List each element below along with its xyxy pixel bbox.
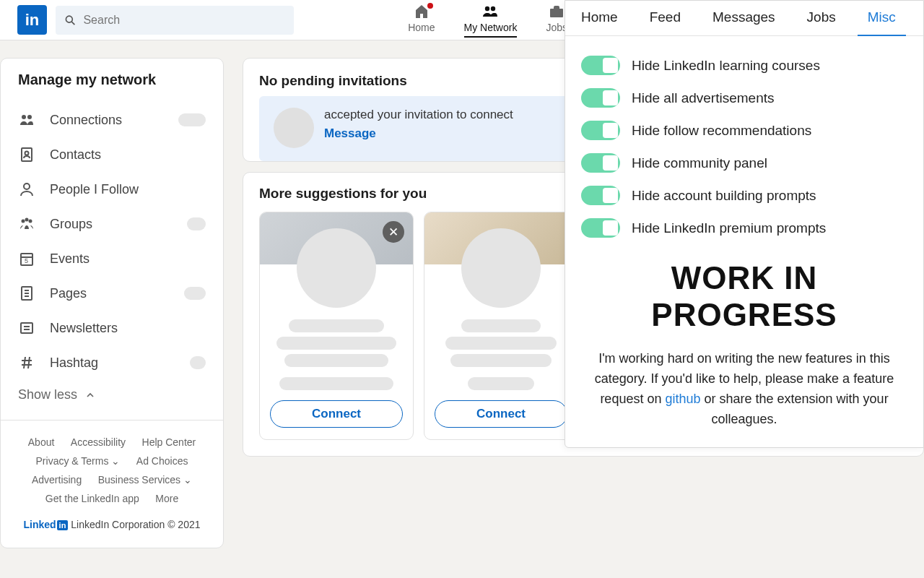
sidebar-item-hashtag[interactable]: Hashtag — [18, 345, 206, 380]
chevron-down-icon: ⌄ — [111, 455, 120, 467]
ext-tab-feed[interactable]: Feed — [634, 1, 697, 35]
sidebar-item-label: Newsletters — [50, 321, 206, 336]
footer-link[interactable]: About — [28, 436, 55, 448]
toggle-label: Hide community panel — [632, 155, 767, 171]
count-pill — [184, 287, 206, 300]
sidebar-item-groups[interactable]: Groups — [18, 207, 206, 241]
svg-line-25 — [24, 357, 25, 368]
footer-link[interactable]: Advertising — [32, 474, 82, 486]
nav-home[interactable]: Home — [408, 3, 435, 38]
toggle-switch[interactable] — [581, 186, 620, 205]
sidebar-item-pages[interactable]: Pages — [18, 276, 206, 311]
svg-point-6 — [27, 115, 32, 119]
home-icon — [413, 3, 430, 20]
count-pill — [190, 356, 206, 369]
svg-rect-20 — [21, 323, 32, 333]
count-pill — [187, 217, 206, 230]
toggle-switch[interactable] — [581, 56, 620, 75]
svg-point-12 — [29, 220, 32, 223]
sidebar-item-newsletters[interactable]: Newsletters — [18, 311, 206, 345]
toggle-row: Hide community panel — [581, 147, 907, 179]
ext-tab-messages[interactable]: Messages — [697, 1, 791, 35]
page-footer: About Accessibility Help Center Privacy … — [1, 420, 223, 548]
accepted-text: accepted your invitation to connect — [324, 108, 513, 122]
svg-point-11 — [25, 218, 29, 222]
search-box[interactable] — [56, 6, 294, 35]
toggle-label: Hide all advertisements — [632, 90, 774, 106]
chevron-down-icon: ⌄ — [183, 474, 192, 486]
footer-brand: Linkedin LinkedIn Corporation © 2021 — [12, 519, 212, 530]
extension-tabs: Home Feed Messages Jobs Misc — [565, 1, 923, 36]
nav-my-network[interactable]: My Network — [464, 3, 518, 38]
footer-link[interactable]: Business Services⌄ — [98, 474, 192, 486]
suggestion-card: Connect — [424, 212, 578, 440]
footer-link[interactable]: More — [155, 493, 178, 504]
toggle-row: Hide LinkedIn learning courses — [581, 49, 907, 82]
connect-button[interactable]: Connect — [270, 400, 403, 428]
toggle-switch[interactable] — [581, 88, 620, 108]
svg-line-1 — [71, 22, 74, 25]
close-icon[interactable]: ✕ — [383, 221, 404, 243]
ext-tab-jobs[interactable]: Jobs — [791, 1, 852, 35]
placeholder-line — [468, 377, 534, 390]
avatar — [274, 108, 314, 148]
placeholder-line — [289, 319, 384, 332]
sidebar-item-label: Contacts — [50, 147, 206, 163]
manage-network-panel: Manage my network Connections Contacts P… — [0, 58, 224, 548]
show-less-button[interactable]: Show less — [18, 380, 206, 413]
svg-point-9 — [24, 184, 30, 189]
sidebar-item-events[interactable]: 5 Events — [18, 241, 206, 276]
toggle-row: Hide account building prompts — [581, 179, 907, 212]
notification-dot — [426, 1, 435, 10]
toggle-switch[interactable] — [581, 218, 620, 238]
svg-text:5: 5 — [25, 257, 28, 264]
svg-point-2 — [485, 6, 489, 10]
connect-button[interactable]: Connect — [435, 400, 567, 428]
search-icon — [64, 14, 76, 27]
count-pill — [178, 113, 206, 126]
follow-icon — [18, 181, 35, 198]
suggestion-card: ✕ Connect — [259, 212, 414, 440]
ext-tab-home[interactable]: Home — [565, 1, 634, 35]
svg-point-0 — [66, 16, 72, 22]
search-input[interactable] — [83, 14, 285, 27]
sidebar-item-label: Pages — [50, 286, 170, 301]
extension-popup: Home Feed Messages Jobs Misc Hide Linked… — [565, 0, 924, 448]
groups-icon — [18, 215, 35, 233]
sidebar-item-label: Hashtag — [50, 355, 175, 371]
connections-icon — [18, 111, 35, 129]
toggle-row: Hide all advertisements — [581, 82, 907, 114]
wip-section: WORK IN PROGRESS I'm working hard on wri… — [565, 246, 923, 430]
ext-tab-misc[interactable]: Misc — [852, 1, 912, 35]
footer-link[interactable]: Ad Choices — [136, 455, 188, 467]
footer-link[interactable]: Help Center — [142, 436, 196, 448]
placeholder-line — [284, 354, 388, 367]
wip-title: WORK IN PROGRESS — [585, 260, 903, 333]
toggle-label: Hide follow recommendations — [632, 123, 811, 139]
manage-network-title: Manage my network — [18, 72, 206, 88]
toggle-switch[interactable] — [581, 153, 620, 173]
footer-link[interactable]: Get the LinkedIn app — [45, 493, 139, 504]
sidebar-item-label: People I Follow — [50, 182, 206, 197]
people-icon — [481, 3, 499, 20]
nav-network-label: My Network — [464, 22, 518, 33]
placeholder-line — [279, 377, 393, 390]
wip-text: I'm working hard on writing the new feat… — [585, 349, 903, 430]
extension-toggles: Hide LinkedIn learning courses Hide all … — [565, 36, 923, 246]
github-link[interactable]: github — [665, 392, 700, 406]
sidebar-item-following[interactable]: People I Follow — [18, 172, 206, 207]
footer-link[interactable]: Accessibility — [71, 436, 126, 448]
hashtag-icon — [18, 354, 35, 371]
sidebar-item-contacts[interactable]: Contacts — [18, 137, 206, 172]
svg-line-26 — [28, 357, 30, 368]
toggle-label: Hide LinkedIn learning courses — [632, 58, 820, 74]
toggle-label: Hide account building prompts — [632, 188, 816, 204]
linkedin-logo[interactable]: in — [17, 5, 47, 35]
message-button[interactable]: Message — [324, 126, 513, 141]
toggle-switch[interactable] — [581, 121, 620, 140]
pages-icon — [18, 285, 35, 302]
placeholder-line — [276, 337, 396, 350]
newsletter-icon — [18, 319, 35, 337]
footer-link[interactable]: Privacy & Terms⌄ — [36, 455, 121, 467]
sidebar-item-connections[interactable]: Connections — [18, 103, 206, 137]
